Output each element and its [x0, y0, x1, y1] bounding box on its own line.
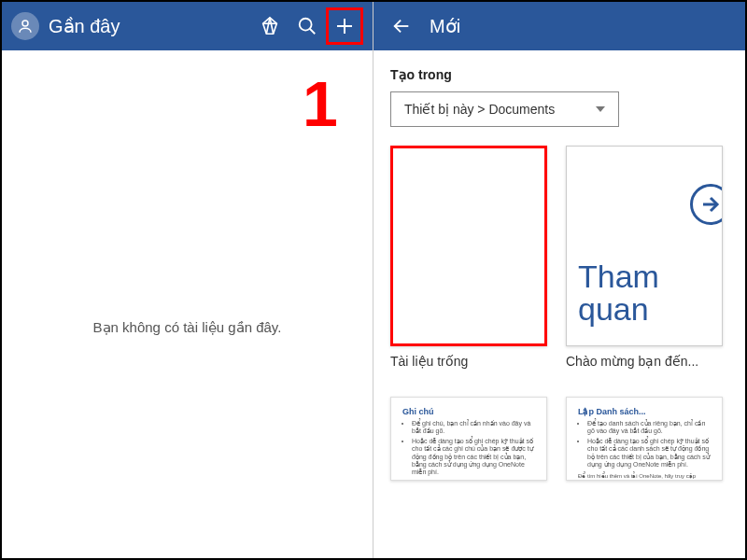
template-notes[interactable]: Ghi chú Để ghi chú, bạn chỉ cần nhấn vào… [390, 397, 547, 481]
new-screen: Mới Tạo trong Thiết bị này > Documents T… [374, 2, 745, 558]
template-list-title: Lập Danh sách... [578, 407, 711, 416]
back-icon[interactable] [383, 7, 420, 45]
page-title-new: Mới [430, 15, 460, 37]
svg-point-0 [22, 21, 28, 26]
template-tour-thumb-text: Tham quan [578, 260, 722, 327]
search-icon[interactable] [289, 7, 326, 45]
appbar-new: Mới [374, 2, 745, 50]
template-list[interactable]: Lập Danh sách... Để tạo danh sách của ri… [566, 397, 723, 481]
empty-state-message: Bạn không có tài liệu gần đây. [2, 319, 373, 336]
premium-icon[interactable] [251, 7, 289, 45]
appbar-recent: Gần đây [2, 2, 373, 50]
template-tour[interactable]: Tham quan Chào mừng bạn đến... [566, 146, 723, 369]
template-blank[interactable]: Tài liệu trống [390, 146, 547, 369]
create-in-label: Tạo trong [390, 67, 728, 82]
location-value: Thiết bị này > Documents [404, 102, 555, 117]
location-dropdown[interactable]: Thiết bị này > Documents [390, 91, 619, 127]
new-document-icon[interactable] [326, 7, 363, 45]
svg-point-1 [300, 19, 312, 31]
template-tour-thumb: Tham quan [566, 146, 723, 346]
template-blank-thumb [390, 146, 547, 346]
recent-screen: Gần đây Bạn không có tài liệu gần đây. 1 [2, 2, 374, 558]
arrow-right-icon [690, 184, 723, 225]
chevron-down-icon [596, 106, 605, 112]
template-tour-caption: Chào mừng bạn đến... [566, 354, 723, 369]
svg-line-2 [310, 29, 316, 35]
template-notes-title: Ghi chú [402, 407, 535, 416]
template-blank-caption: Tài liệu trống [390, 354, 547, 369]
annotation-step-1: 1 [303, 67, 338, 140]
page-title-recent: Gần đây [49, 15, 120, 37]
avatar[interactable] [11, 12, 39, 40]
